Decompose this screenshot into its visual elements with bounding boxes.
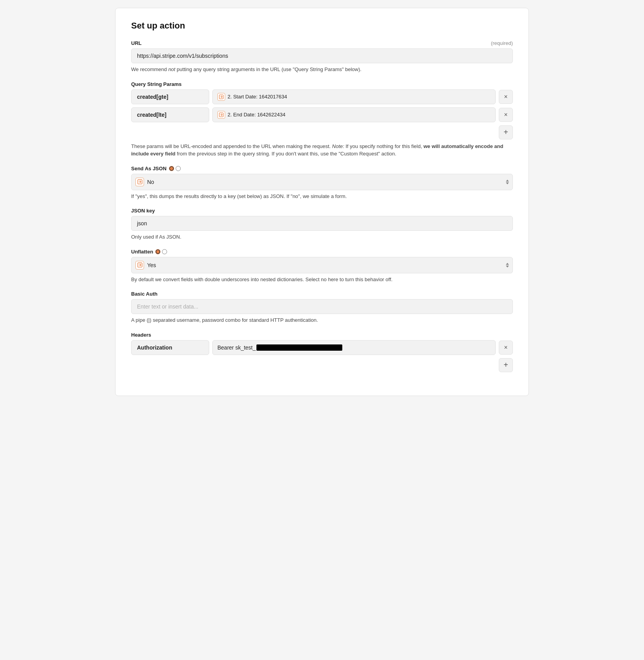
basic-auth-hint: A pipe (|) separated username, password … — [131, 316, 513, 324]
remove-param-2-button[interactable]: × — [499, 108, 513, 122]
zapier-icon-send-json — [135, 178, 144, 186]
json-key-hint: Only used if As JSON. — [131, 233, 513, 241]
url-required: (required) — [491, 40, 513, 46]
basic-auth-input[interactable]: Enter text or insert data... — [131, 299, 513, 314]
send-as-json-select-wrapper: No — [131, 174, 513, 190]
tag-icon-1 — [217, 93, 225, 101]
add-header-button[interactable]: + — [499, 358, 513, 372]
json-key-label: JSON key — [131, 208, 155, 214]
send-as-json-value: No — [147, 179, 154, 185]
param-key-1[interactable]: created[gte] — [131, 89, 209, 104]
query-params-label: Query String Params — [131, 81, 181, 87]
param-row-1: created[gte] 2. Start Date: 1642017634 × — [131, 89, 513, 104]
url-hint: We recommend not putting any query strin… — [131, 66, 513, 73]
headers-label: Headers — [131, 332, 151, 338]
unflatten-radio-on[interactable] — [155, 249, 160, 254]
basic-auth-label: Basic Auth — [131, 291, 157, 297]
unflatten-group: Unflatten Yes By default we c — [131, 249, 513, 284]
send-as-json-radio-off[interactable] — [176, 166, 181, 171]
send-as-json-hint: If "yes", this dumps the results directl… — [131, 193, 513, 200]
unflatten-select[interactable]: Yes — [131, 257, 513, 273]
headers-group: Headers Authorization Bearer sk_test_ × … — [131, 332, 513, 372]
remove-header-1-button[interactable]: × — [499, 341, 513, 355]
unflatten-radio-group — [155, 249, 167, 254]
url-label: URL — [131, 40, 142, 46]
zapier-icon-unflatten — [135, 261, 144, 269]
remove-param-1-button[interactable]: × — [499, 90, 513, 104]
param-value-text-2: 2. End Date: 1642622434 — [228, 112, 285, 118]
header-row-1: Authorization Bearer sk_test_ × — [131, 340, 513, 355]
json-key-input[interactable]: json — [131, 216, 513, 231]
header-value-1[interactable]: Bearer sk_test_ — [212, 340, 496, 355]
bearer-redacted — [256, 344, 342, 351]
unflatten-value: Yes — [147, 262, 156, 268]
unflatten-radio-off[interactable] — [162, 249, 167, 254]
query-params-hint: These params will be URL-encoded and app… — [131, 143, 513, 158]
page-title: Set up action — [131, 21, 513, 31]
header-key-1[interactable]: Authorization — [131, 340, 209, 355]
add-param-button[interactable]: + — [499, 125, 513, 139]
url-field-group: URL (required) https://api.stripe.com/v1… — [131, 40, 513, 73]
param-value-1[interactable]: 2. Start Date: 1642017634 — [212, 89, 496, 104]
unflatten-select-wrapper: Yes — [131, 257, 513, 273]
json-key-group: JSON key json Only used if As JSON. — [131, 208, 513, 241]
send-as-json-group: Send As JSON No If "yes", thi — [131, 166, 513, 200]
unflatten-label: Unflatten — [131, 249, 153, 255]
send-as-json-label: Send As JSON — [131, 166, 167, 171]
param-row-2: created[lte] 2. End Date: 1642622434 × — [131, 107, 513, 122]
send-as-json-radio-on[interactable] — [169, 166, 174, 171]
param-key-2[interactable]: created[lte] — [131, 107, 209, 122]
send-as-json-select[interactable]: No — [131, 174, 513, 190]
url-input[interactable]: https://api.stripe.com/v1/subscriptions — [131, 48, 513, 63]
setup-action-panel: Set up action URL (required) https://api… — [115, 8, 529, 396]
basic-auth-group: Basic Auth Enter text or insert data... … — [131, 291, 513, 324]
bearer-text: Bearer sk_test_ — [217, 344, 256, 351]
query-params-group: Query String Params created[gte] 2. Star… — [131, 81, 513, 158]
send-as-json-radio-group — [169, 166, 181, 171]
param-value-text-1: 2. Start Date: 1642017634 — [228, 94, 287, 100]
tag-icon-2 — [217, 111, 225, 119]
unflatten-hint: By default we convert fields with double… — [131, 276, 513, 284]
param-value-2[interactable]: 2. End Date: 1642622434 — [212, 107, 496, 122]
